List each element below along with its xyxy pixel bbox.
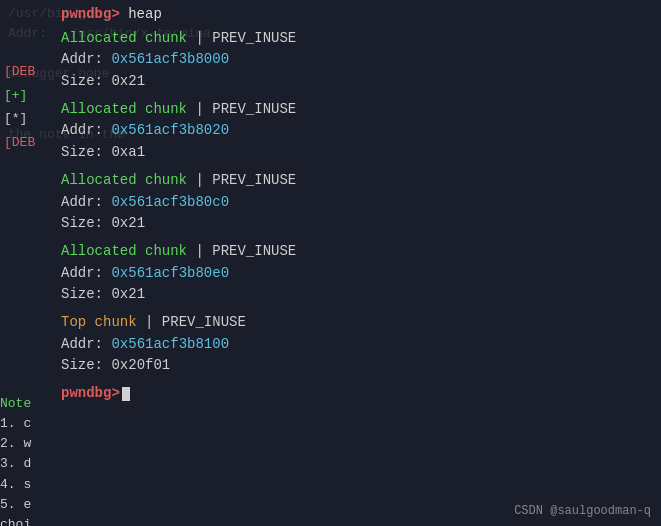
command: heap	[120, 4, 162, 26]
top-chunk-addr: Addr: 0x561acf3b8100	[61, 334, 655, 356]
chunk-3-addr: Addr: 0x561acf3b80c0	[61, 192, 655, 214]
sidebar-item-deb2: [DEB	[0, 131, 55, 155]
chunk-4-header: Allocated chunk | PREV_INUSE	[61, 241, 655, 263]
chunk-1-type: Allocated chunk	[61, 28, 187, 50]
chunk-1-addr: Addr: 0x561acf3b8000	[61, 49, 655, 71]
sidebar-item-star: [*]	[0, 107, 55, 131]
final-prompt: pwndbg>	[61, 383, 120, 405]
chunk-4-flags: PREV_INUSE	[212, 241, 296, 263]
chunk-2-flags: PREV_INUSE	[212, 99, 296, 121]
chunk-3-header: Allocated chunk | PREV_INUSE	[61, 170, 655, 192]
chunk-1-flags: PREV_INUSE	[212, 28, 296, 50]
chunk-4-size: Size: 0x21	[61, 284, 655, 306]
chunk-3-type: Allocated chunk	[61, 170, 187, 192]
note-3: 3. d	[0, 454, 55, 474]
chunk-2-type: Allocated chunk	[61, 99, 187, 121]
chunk-2-size: Size: 0xa1	[61, 142, 655, 164]
final-prompt-line[interactable]: pwndbg>	[61, 383, 655, 405]
cursor	[122, 387, 130, 401]
note-4: 4. s	[0, 475, 55, 495]
chunk-2-header: Allocated chunk | PREV_INUSE	[61, 99, 655, 121]
note-1: 1. c	[0, 414, 55, 434]
chunk-2-addr: Addr: 0x561acf3b8020	[61, 120, 655, 142]
note-label: Note	[0, 394, 55, 414]
note-2: 2. w	[0, 434, 55, 454]
chunk-4-type: Allocated chunk	[61, 241, 187, 263]
chunk-1-size: Size: 0x21	[61, 71, 655, 93]
watermark: CSDN @saulgoodman-q	[514, 504, 651, 518]
terminal: /usr/bin/gdb Addr: /usr/bin/x-termina de…	[0, 0, 661, 526]
chunk-3-flags: PREV_INUSE	[212, 170, 296, 192]
sidebar-item-plus: [+]	[0, 84, 55, 108]
main-content: pwndbg> heap Allocated chunk | PREV_INUS…	[55, 0, 661, 526]
prompt: pwndbg>	[61, 4, 120, 26]
sidebar: [DEB [+] [*] [DEB Note 1. c 2. w 3. d 4.…	[0, 0, 55, 526]
note-5: 5. e	[0, 495, 55, 515]
command-line: pwndbg> heap	[61, 4, 655, 26]
top-chunk-type: Top chunk	[61, 312, 137, 334]
top-chunk-flags: PREV_INUSE	[162, 312, 246, 334]
sidebar-item-deb1: [DEB	[0, 60, 55, 84]
chunk-1-header: Allocated chunk | PREV_INUSE	[61, 28, 655, 50]
note-choi: choi	[0, 515, 55, 526]
top-chunk-size: Size: 0x20f01	[61, 355, 655, 377]
chunk-3-size: Size: 0x21	[61, 213, 655, 235]
top-chunk-header: Top chunk | PREV_INUSE	[61, 312, 655, 334]
chunk-4-addr: Addr: 0x561acf3b80e0	[61, 263, 655, 285]
